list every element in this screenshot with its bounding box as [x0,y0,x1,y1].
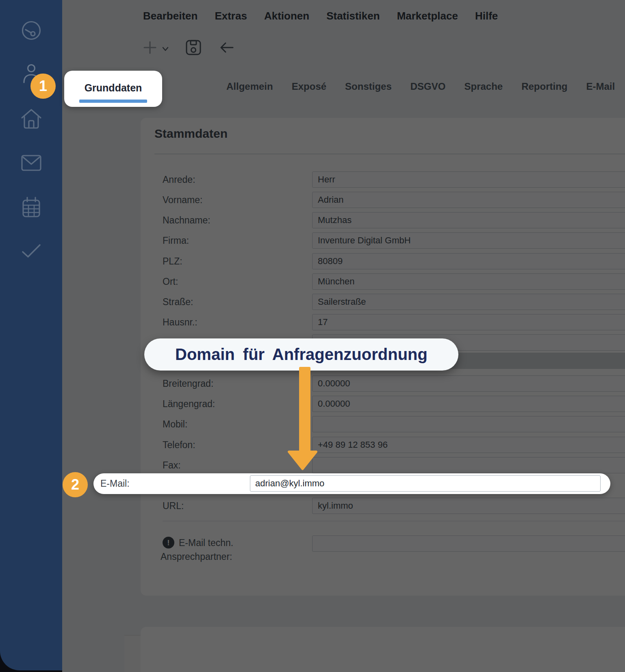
check-icon[interactable] [0,244,62,258]
email-row-spotlight: E-Mail: adrian@kyl.immo [93,473,610,494]
step-badge-2: 2 [63,472,88,497]
field-label-email: E-Mail: [100,473,130,494]
logo-clock-icon[interactable] [0,20,62,41]
mail-icon[interactable] [0,155,62,171]
step-badge-1: 1 [30,74,56,99]
home-icon[interactable] [0,108,62,130]
tab-grunddaten-active[interactable]: Grunddaten [64,71,162,107]
email-input[interactable]: adrian@kyl.immo [250,475,601,492]
active-tab-underline [79,100,147,103]
calendar-icon[interactable] [0,197,62,218]
sidebar [0,0,62,670]
annotation-arrow-down-icon [284,366,321,472]
active-tab-label: Grunddaten [64,82,162,94]
